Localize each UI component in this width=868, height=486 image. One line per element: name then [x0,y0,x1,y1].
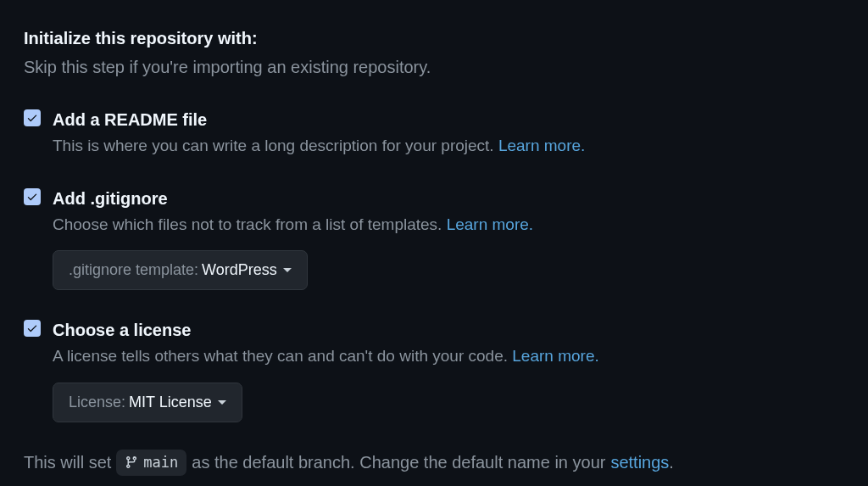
gitignore-learn-more-link[interactable]: Learn more. [447,215,533,233]
dropdown-prefix: License: [69,391,125,414]
caret-down-icon [283,268,292,272]
readme-desc: This is where you can write a long descr… [53,134,844,159]
check-icon [26,322,38,334]
check-icon [26,112,38,124]
dropdown-value: MIT License [129,391,212,414]
section-heading: Initialize this repository with: [24,25,844,51]
dropdown-value: WordPress [202,259,277,282]
readme-learn-more-link[interactable]: Learn more. [498,137,585,154]
readme-option: Add a README file This is where you can … [24,107,844,159]
gitignore-template-dropdown[interactable]: .gitignore template: WordPress [53,250,308,290]
license-option: Choose a license A license tells others … [24,317,844,422]
readme-title: Add a README file [53,107,844,132]
check-icon [26,191,38,203]
caret-down-icon [218,400,226,405]
license-learn-more-link[interactable]: Learn more. [512,347,598,365]
license-desc: A license tells others what they can and… [53,344,844,369]
license-checkbox[interactable] [24,320,41,337]
license-dropdown[interactable]: License: MIT License [53,383,242,422]
readme-checkbox[interactable] [24,109,41,126]
gitignore-desc: Choose which files not to track from a l… [53,213,844,237]
gitignore-checkbox[interactable] [24,188,41,205]
settings-link[interactable]: settings [610,453,669,472]
section-subheading: Skip this step if you're importing an ex… [24,54,844,80]
gitignore-option: Add .gitignore Choose which files not to… [24,186,844,291]
dropdown-prefix: .gitignore template: [69,259,198,282]
git-branch-icon [125,455,138,469]
default-branch-notice: This will set main as the default branch… [24,450,844,477]
license-title: Choose a license [53,317,844,343]
branch-name: main [143,452,178,474]
gitignore-title: Add .gitignore [53,186,844,211]
branch-badge: main [116,450,186,477]
